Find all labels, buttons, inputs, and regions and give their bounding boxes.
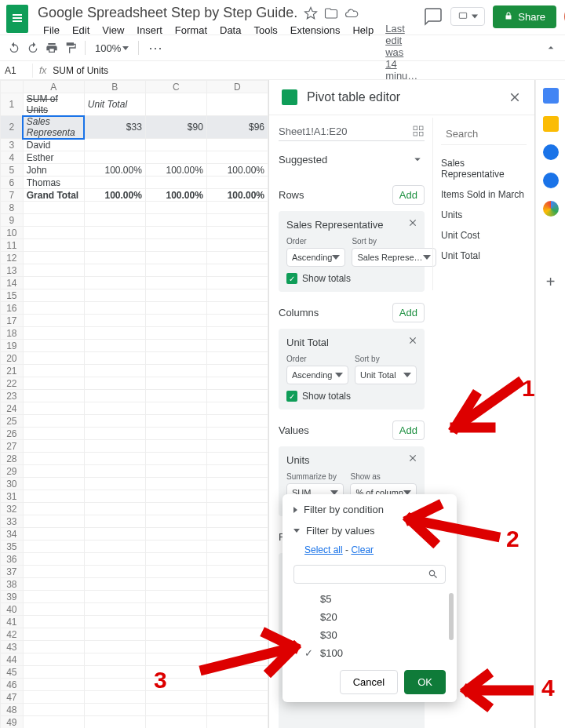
chevron-down-icon: [410, 152, 425, 166]
keep-rail-icon[interactable]: [543, 116, 559, 132]
spreadsheet-grid[interactable]: ABCD1SUM of UnitsUnit Total2Sales Repres…: [0, 80, 268, 728]
filter-value-item[interactable]: $5: [304, 590, 446, 608]
share-label: Share: [518, 11, 545, 23]
filter-popup: Filter by condition Filter by values Sel…: [282, 494, 457, 702]
field-search-input[interactable]: [446, 128, 535, 140]
collapse-toolbar-icon[interactable]: [543, 40, 559, 56]
calendar-rail-icon[interactable]: [543, 88, 559, 104]
remove-cols-icon[interactable]: [407, 335, 418, 346]
svg-rect-1: [414, 126, 417, 130]
cancel-button[interactable]: Cancel: [340, 670, 398, 694]
pivot-range[interactable]: Sheet1!A1:E20: [279, 126, 347, 137]
redo-icon[interactable]: [25, 40, 41, 56]
menu-tools[interactable]: Tools: [248, 23, 282, 82]
add-values-button[interactable]: Add: [392, 420, 425, 440]
tasks-rail-icon[interactable]: [543, 144, 559, 160]
field-item[interactable]: Sales Representative: [441, 153, 527, 184]
rows-section-label: Rows: [279, 189, 304, 201]
filter-value-item[interactable]: $20: [304, 608, 446, 626]
zoom-dropdown[interactable]: 100%: [92, 41, 132, 56]
maps-rail-icon[interactable]: [543, 201, 559, 217]
move-folder-icon[interactable]: [324, 6, 338, 20]
star-icon[interactable]: [304, 6, 318, 20]
formula-value[interactable]: SUM of Units: [53, 65, 108, 76]
add-columns-button[interactable]: Add: [392, 303, 425, 322]
order-label: Order: [286, 237, 345, 246]
columns-section-label: Columns: [279, 307, 319, 318]
select-all-link[interactable]: Select all: [304, 544, 343, 555]
filter-by-values[interactable]: Filter by values: [282, 520, 457, 541]
print-icon[interactable]: [44, 40, 60, 56]
cell-reference[interactable]: A1: [0, 64, 33, 78]
values-card-title: Units: [286, 454, 417, 466]
undo-icon[interactable]: [6, 40, 22, 56]
sheets-logo[interactable]: [6, 5, 28, 33]
field-item[interactable]: Unit Total: [441, 246, 527, 266]
field-item[interactable]: Unit Cost: [441, 225, 527, 246]
field-item[interactable]: Items Sold in March: [441, 184, 527, 205]
filter-value-item[interactable]: $30: [304, 626, 446, 644]
search-icon: [428, 569, 439, 580]
values-section-label: Values: [279, 424, 309, 436]
pivot-title: Pivot table editor: [307, 90, 508, 104]
ok-button[interactable]: OK: [404, 670, 446, 694]
clear-link[interactable]: Clear: [351, 544, 374, 555]
present-button[interactable]: [450, 7, 485, 26]
menu-format[interactable]: Format: [170, 23, 213, 82]
add-rows-button[interactable]: Add: [392, 185, 425, 205]
select-range-icon[interactable]: [412, 125, 425, 137]
zoom-value: 100%: [95, 42, 121, 54]
filter-by-condition[interactable]: Filter by condition: [282, 499, 457, 520]
svg-rect-3: [414, 132, 417, 136]
svg-rect-0: [460, 13, 467, 18]
field-item[interactable]: Units: [441, 205, 527, 225]
toolbar-more[interactable]: ⋯: [148, 39, 162, 56]
doc-title[interactable]: Google Spreadsheet Step by Step Guide.: [38, 5, 297, 21]
filter-search-box[interactable]: [293, 565, 446, 584]
suggested-label: Suggested: [279, 154, 327, 166]
sortby-label: Sort by: [352, 237, 436, 246]
cols-card-title: Unit Total: [286, 337, 417, 348]
share-button[interactable]: Share: [493, 5, 556, 28]
cloud-icon[interactable]: [344, 6, 359, 20]
rows-card-title: Sales Representative: [286, 219, 417, 231]
rows-show-totals-checkbox[interactable]: ✓Show totals: [286, 273, 417, 284]
contacts-rail-icon[interactable]: [543, 173, 559, 188]
cols-sortby-dropdown[interactable]: Unit Total: [355, 366, 417, 384]
suggested-toggle[interactable]: Suggested: [279, 152, 425, 166]
comment-history-icon[interactable]: [424, 7, 443, 26]
close-icon[interactable]: [508, 90, 522, 104]
menu-help[interactable]: Help: [347, 23, 379, 82]
cols-order-dropdown[interactable]: Ascending: [286, 366, 348, 384]
cols-show-totals-checkbox[interactable]: ✓Show totals: [286, 391, 417, 402]
svg-rect-4: [419, 132, 423, 136]
filter-value-item[interactable]: ✓$100: [304, 644, 446, 662]
pivot-icon: [282, 89, 297, 105]
menu-extensions[interactable]: Extensions: [285, 23, 346, 82]
remove-values-icon[interactable]: [407, 453, 418, 464]
addons-plus-icon[interactable]: +: [546, 273, 556, 291]
last-edit-link[interactable]: Last edit was 14 minu…: [385, 23, 417, 82]
menu-data[interactable]: Data: [214, 23, 246, 82]
paint-format-icon[interactable]: [63, 40, 78, 56]
rows-order-dropdown[interactable]: Ascending: [286, 248, 345, 267]
rows-sortby-dropdown[interactable]: Sales Represe…: [352, 248, 436, 267]
remove-rows-icon[interactable]: [407, 217, 418, 228]
fx-icon: fx: [33, 65, 53, 76]
svg-rect-2: [419, 126, 423, 130]
